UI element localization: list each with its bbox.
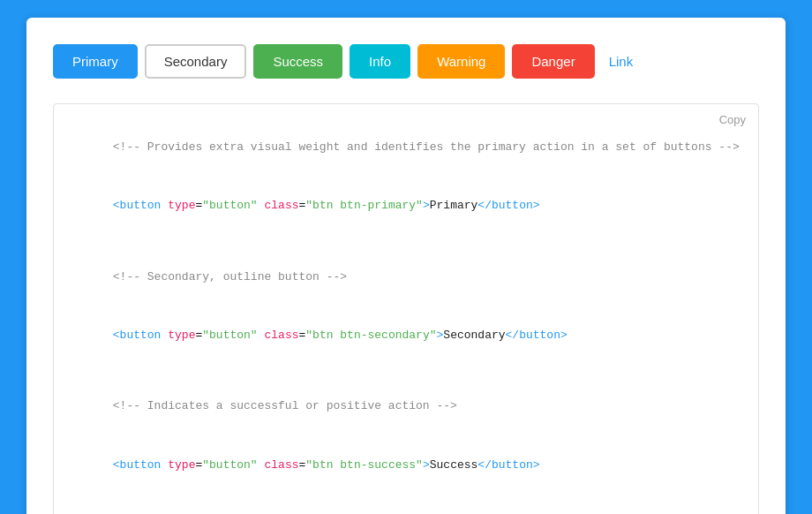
code-area: Copy <!-- Provides extra visual weight a…: [53, 103, 759, 514]
btn-link[interactable]: Link: [602, 46, 641, 77]
btn-danger[interactable]: Danger: [512, 44, 594, 79]
btn-success[interactable]: Success: [253, 44, 342, 79]
code-comment-2: <!-- Secondary, outline button -->: [71, 248, 741, 306]
code-comment-3: <!-- Indicates a successful or positive …: [71, 377, 741, 435]
code-line-2: <button type="button" class="btn btn-sec…: [71, 306, 741, 365]
btn-primary[interactable]: Primary: [53, 44, 138, 79]
code-comment-4: <!-- Contextual button for informational…: [71, 507, 741, 514]
btn-info[interactable]: Info: [350, 44, 410, 79]
code-comment-1: <!-- Provides extra visual weight and id…: [71, 118, 741, 177]
copy-button[interactable]: Copy: [719, 113, 746, 126]
main-container: Primary Secondary Success Info Warning D…: [26, 18, 786, 514]
code-line-3: <button type="button" class="btn btn-suc…: [71, 435, 741, 494]
btn-secondary[interactable]: Secondary: [145, 44, 247, 79]
btn-warning[interactable]: Warning: [417, 44, 505, 79]
button-bar: Primary Secondary Success Info Warning D…: [53, 44, 759, 79]
code-line-1: <button type="button" class="btn btn-pri…: [71, 177, 741, 235]
